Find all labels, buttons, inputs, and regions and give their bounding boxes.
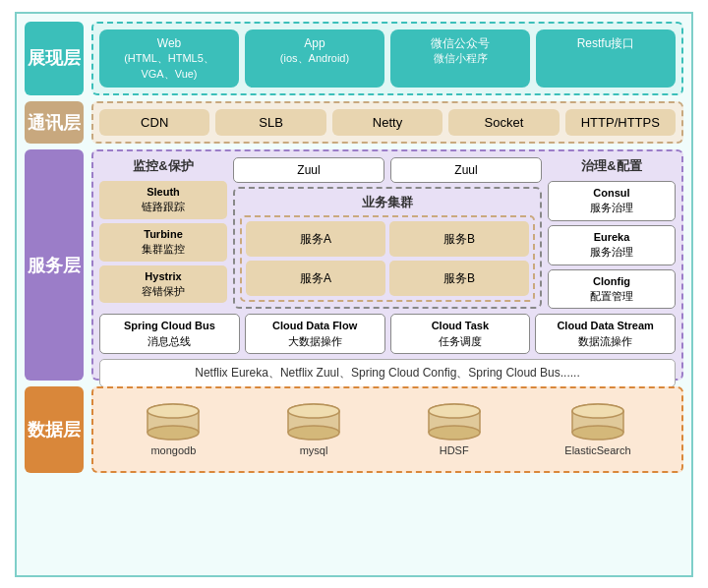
service-main: 监控&保护 Sleuth 链路跟踪 Turbine 集群监控 Hystrix 容…	[99, 157, 676, 309]
service-content: 监控&保护 Sleuth 链路跟踪 Turbine 集群监控 Hystrix 容…	[91, 149, 683, 381]
zuul-box-2: Zuul	[390, 157, 542, 183]
govern-eureka: Eureka 服务治理	[548, 225, 676, 265]
mysql-cylinder-icon	[284, 403, 343, 441]
service-label: 服务层	[25, 149, 84, 381]
govern-consul: Consul 服务治理	[548, 181, 676, 221]
db-mysql: mysql	[284, 403, 343, 456]
communication-label: 通讯层	[25, 101, 84, 144]
cluster-column: Zuul Zuul 业务集群 服务A 服务B 服务A 服务B	[233, 157, 542, 309]
comm-netty: Netty	[332, 109, 442, 136]
cluster-title: 业务集群	[240, 194, 535, 211]
service-tools: Spring Cloud Bus 消息总线 Cloud Data Flow 大数…	[99, 314, 676, 354]
svg-point-17	[429, 404, 480, 418]
mongodb-cylinder-icon	[144, 403, 203, 441]
communication-items: CDN SLB Netty Socket HTTP/HTTPS	[99, 109, 676, 136]
svg-point-23	[572, 404, 623, 418]
comm-slb: SLB	[215, 109, 325, 136]
communication-content: CDN SLB Netty Socket HTTP/HTTPS	[91, 101, 683, 144]
comm-cdn: CDN	[99, 109, 209, 136]
governance-title: 治理&配置	[548, 157, 676, 175]
service-cell-b2: 服务B	[389, 261, 529, 296]
tool-bus: Spring Cloud Bus 消息总线	[99, 314, 240, 354]
presentation-items: Web (HTML、HTML5、VGA、Vue) App (ios、Androi…	[99, 29, 676, 88]
db-hdsf-label: HDSF	[440, 444, 469, 456]
svg-point-16	[429, 426, 480, 440]
tool-dataflow: Cloud Data Flow 大数据操作	[245, 314, 385, 354]
svg-point-10	[288, 426, 339, 440]
monitor-turbine: Turbine 集群监控	[99, 223, 227, 262]
business-cluster: 业务集群 服务A 服务B 服务A 服务B	[233, 187, 542, 309]
tool-datastream: Cloud Data Stream 数据流操作	[535, 314, 676, 354]
comm-socket: Socket	[448, 109, 559, 136]
govern-clonfig: Clonfig 配置管理	[548, 269, 676, 310]
elasticsearch-cylinder-icon	[568, 403, 627, 441]
db-elasticsearch-label: ElasticSearch	[564, 444, 630, 456]
db-elasticsearch: ElasticSearch	[564, 403, 630, 456]
zuul-box-1: Zuul	[233, 157, 384, 183]
monitor-hystrix: Hystrix 容错保护	[99, 265, 227, 304]
svg-point-5	[148, 404, 199, 418]
data-content: mongodb mysql	[91, 386, 683, 473]
pres-item-web: Web (HTML、HTML5、VGA、Vue)	[99, 29, 239, 88]
svg-point-22	[572, 426, 623, 440]
comm-https: HTTP/HTTPS	[565, 109, 676, 136]
architecture-diagram: 展现层 Web (HTML、HTML5、VGA、Vue) App (ios、An…	[15, 12, 693, 577]
service-cell-a2: 服务A	[246, 261, 385, 296]
db-mongodb: mongodb	[144, 403, 203, 456]
service-cell-b1: 服务B	[389, 221, 529, 257]
data-label: 数据层	[25, 386, 84, 473]
monitor-sleuth: Sleuth 链路跟踪	[99, 181, 227, 219]
presentation-label: 展现层	[25, 22, 84, 96]
governance-column: 治理&配置 Consul 服务治理 Eureka 服务治理 Clonfig 配置…	[548, 157, 676, 309]
service-cell-a1: 服务A	[246, 221, 385, 257]
db-hdsf: HDSF	[425, 403, 484, 456]
pres-item-restful: Restfu接口	[536, 29, 676, 88]
monitor-column: 监控&保护 Sleuth 链路跟踪 Turbine 集群监控 Hystrix 容…	[99, 157, 227, 309]
presentation-layer-row: 展现层 Web (HTML、HTML5、VGA、Vue) App (ios、An…	[25, 22, 683, 96]
db-mysql-label: mysql	[300, 444, 328, 456]
hdsf-cylinder-icon	[425, 403, 484, 441]
communication-layer-row: 通讯层 CDN SLB Netty Socket HTTP/HTTPS	[25, 101, 683, 144]
db-mongodb-label: mongodb	[150, 444, 196, 456]
pres-item-wechat: 微信公众号 微信小程序	[390, 29, 530, 88]
netflix-row: Netflix Eureka、Netflix Zuul、Spring Cloud…	[99, 359, 676, 387]
svg-point-4	[148, 426, 199, 440]
monitor-title: 监控&保护	[99, 157, 227, 175]
zuul-row: Zuul Zuul	[233, 157, 542, 183]
pres-item-app: App (ios、Android)	[245, 29, 384, 88]
svg-point-11	[288, 404, 339, 418]
tool-task: Cloud Task 任务调度	[390, 314, 531, 354]
service-grid: 服务A 服务B 服务A 服务B	[240, 215, 535, 302]
service-layer-row: 服务层 监控&保护 Sleuth 链路跟踪 Turbine 集群监控 Hystr…	[25, 149, 683, 381]
data-layer-row: 数据层 mongodb	[25, 386, 683, 473]
presentation-content: Web (HTML、HTML5、VGA、Vue) App (ios、Androi…	[91, 22, 683, 96]
